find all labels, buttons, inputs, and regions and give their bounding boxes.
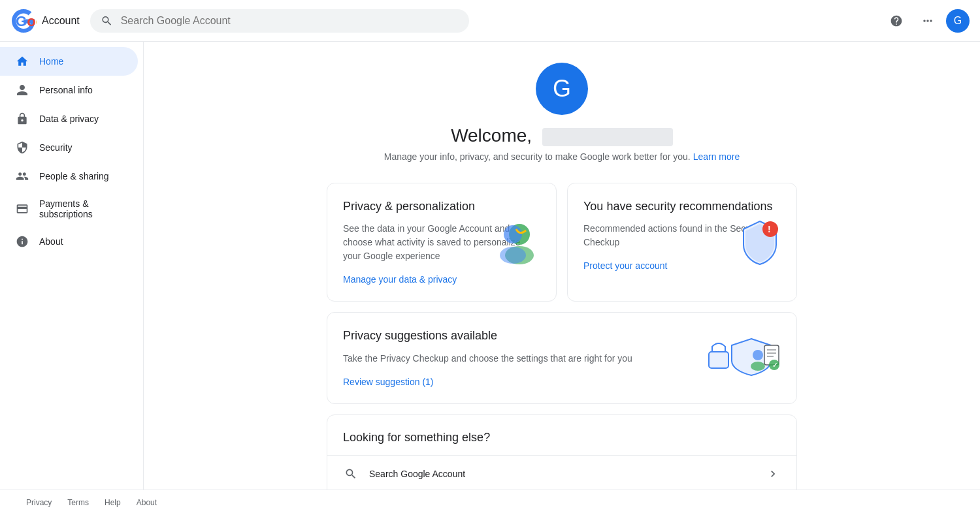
sidebar-item-security[interactable]: Security (0, 133, 138, 162)
avatar[interactable]: G (946, 9, 970, 33)
sidebar-item-security-label: Security (39, 142, 73, 153)
search-icon (101, 14, 113, 27)
security-card-link[interactable]: Protect your account (583, 260, 667, 271)
looking-section-title: Looking for something else? (327, 415, 796, 455)
sidebar-item-data-privacy-label: Data & privacy (39, 114, 99, 124)
privacy-card-link[interactable]: Manage your data & privacy (343, 274, 457, 285)
main-content: G Welcome, Manage your info, privacy, an… (144, 42, 980, 490)
sidebar-item-home-label: Home (39, 56, 63, 67)
suggestion-card: Privacy suggestions available Take the P… (327, 312, 797, 403)
sidebar-item-about-label: About (39, 236, 63, 247)
main-layout: Home Personal info Data & privacy Securi… (0, 42, 980, 490)
privacy-illustration (493, 216, 546, 268)
person-icon (16, 84, 29, 97)
svg-point-3 (504, 225, 522, 243)
footer-help-link[interactable]: Help (105, 498, 121, 507)
sidebar-item-payments[interactable]: Payments & subscriptions (0, 191, 138, 227)
security-icon (16, 141, 29, 154)
info-icon (16, 235, 29, 248)
user-avatar-large: G (536, 63, 588, 115)
security-card-title: You have security recommendations (583, 199, 781, 214)
security-card: You have security recommendations Recomm… (567, 183, 797, 302)
learn-more-link[interactable]: Learn more (693, 151, 740, 162)
svg-point-5 (500, 247, 526, 264)
search-icon (343, 466, 359, 482)
looking-item-search[interactable]: Search Google Account (327, 455, 796, 490)
apps-icon (921, 14, 934, 27)
svg-point-9 (753, 350, 763, 360)
sidebar-item-people-sharing-label: People & sharing (39, 171, 109, 181)
sidebar-item-about[interactable]: About (0, 227, 138, 256)
footer-privacy-link[interactable]: Privacy (26, 498, 52, 507)
svg-rect-8 (709, 352, 728, 368)
home-icon (16, 55, 29, 68)
welcome-title: Welcome, (451, 125, 673, 146)
search-input[interactable] (121, 15, 459, 27)
people-icon (16, 170, 29, 183)
help-button[interactable] (883, 8, 909, 34)
lock-icon (16, 112, 29, 125)
footer-terms-link[interactable]: Terms (67, 498, 89, 507)
sidebar-item-payments-label: Payments & subscriptions (39, 198, 122, 219)
svg-point-10 (751, 362, 765, 371)
footer: Privacy Terms Help About (0, 490, 980, 515)
sidebar-item-personal-info[interactable]: Personal info (0, 76, 138, 104)
header: Google Account G (0, 0, 980, 42)
header-title: Account (42, 15, 80, 27)
search-bar[interactable] (90, 9, 469, 33)
suggestion-illustration: ✓ (702, 332, 781, 384)
privacy-card: Privacy & personalization See the data i… (327, 183, 557, 302)
payment-icon (16, 202, 29, 215)
google-account-logo[interactable]: Google Account (10, 8, 80, 34)
google-logo-icon: Google (10, 8, 37, 34)
apps-button[interactable] (915, 8, 941, 34)
user-name-redacted (542, 128, 673, 146)
sidebar-item-personal-info-label: Personal info (39, 85, 93, 95)
arrow-icon (765, 466, 781, 482)
welcome-subtitle: Manage your info, privacy, and security … (384, 151, 740, 162)
sidebar-item-people-sharing[interactable]: People & sharing (0, 162, 138, 191)
sidebar-item-home[interactable]: Home (0, 47, 138, 76)
suggestion-card-link[interactable]: Review suggestion (1) (343, 377, 434, 387)
footer-about-link[interactable]: About (137, 498, 157, 507)
welcome-section: G Welcome, Manage your info, privacy, an… (170, 63, 954, 162)
sidebar-item-data-privacy[interactable]: Data & privacy (0, 104, 138, 133)
suggestion-card-description: Take the Privacy Checkup and choose the … (343, 352, 702, 366)
search-account-label: Search Google Account (369, 469, 755, 479)
svg-text:Google: Google (16, 13, 37, 29)
svg-text:✓: ✓ (772, 362, 777, 369)
suggestion-card-title: Privacy suggestions available (343, 328, 702, 343)
looking-section: Looking for something else? Search Googl… (327, 414, 797, 490)
help-icon (890, 14, 903, 27)
cards-grid: Privacy & personalization See the data i… (327, 183, 797, 302)
suggestion-card-content: Privacy suggestions available Take the P… (343, 328, 702, 387)
svg-text:!: ! (768, 224, 771, 234)
sidebar: Home Personal info Data & privacy Securi… (0, 42, 144, 490)
privacy-card-title: Privacy & personalization (343, 199, 540, 214)
header-actions: G (883, 8, 970, 34)
security-illustration: ! (734, 216, 786, 268)
